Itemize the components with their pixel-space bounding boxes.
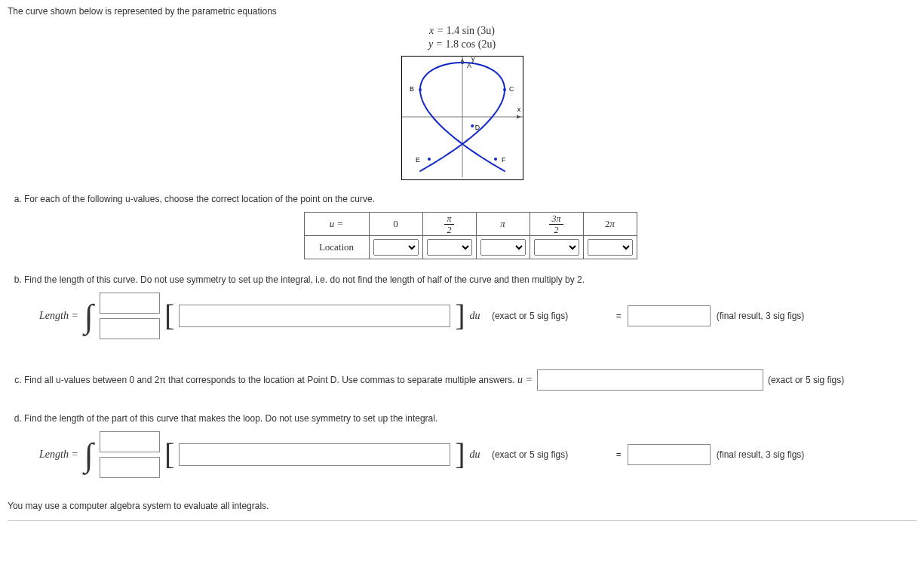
part-c: Find all u-values between 0 and 2π that … xyxy=(24,362,916,398)
part-d-prompt: Find the length of the part of this curv… xyxy=(24,413,437,424)
location-select-3[interactable] xyxy=(534,239,579,256)
svg-point-7 xyxy=(494,158,497,161)
integrand-input-b[interactable] xyxy=(179,305,450,327)
parametric-equations: x = 1.4 sin (3u) y = 1.8 cos (2u) xyxy=(8,24,916,51)
part-b-prompt: Find the length of this curve. Do not us… xyxy=(24,274,585,285)
location-select-0[interactable] xyxy=(373,239,419,256)
upper-limit-b[interactable] xyxy=(100,293,160,314)
lower-limit-b[interactable] xyxy=(100,318,160,339)
svg-point-5 xyxy=(471,124,474,127)
result-hint-d: (final result, 3 sig figs) xyxy=(717,449,805,460)
point-label-B: B xyxy=(410,85,414,93)
u-label-c: u = xyxy=(517,374,533,386)
point-label-D: D xyxy=(474,124,479,131)
footnote: You may use a computer algebra system to… xyxy=(8,501,916,511)
right-bracket-icon: ] xyxy=(455,304,465,328)
part-b: Find the length of this curve. Do not us… xyxy=(24,274,916,347)
integrand-hint-d: (exact or 5 sig figs) xyxy=(492,449,568,460)
du-label-b: du xyxy=(470,310,480,322)
svg-marker-8 xyxy=(517,115,521,119)
point-label-E: E xyxy=(416,156,420,164)
axis-label-x: x xyxy=(517,106,520,113)
svg-point-6 xyxy=(428,158,431,161)
upper-limit-d[interactable] xyxy=(100,431,160,452)
hint-c: (exact or 5 sig figs) xyxy=(768,375,844,385)
length-label-b: Length = xyxy=(39,310,78,322)
length-label-d: Length = xyxy=(39,449,78,461)
result-hint-b: (final result, 3 sig figs) xyxy=(717,311,805,321)
integrand-input-d[interactable] xyxy=(179,443,450,466)
part-a-prompt: For each of the following u-values, choo… xyxy=(24,194,375,204)
integral-symbol-icon: ∫ xyxy=(84,440,94,470)
intro-text: The curve shown below is represented by … xyxy=(8,6,916,17)
location-select-4[interactable] xyxy=(588,239,633,256)
result-input-d[interactable] xyxy=(628,444,711,465)
integral-symbol-icon: ∫ xyxy=(84,302,94,332)
equals-d: = xyxy=(616,449,622,460)
point-label-F: F xyxy=(502,156,506,164)
equals-b: = xyxy=(616,311,622,321)
svg-marker-9 xyxy=(460,58,464,63)
lower-limit-d[interactable] xyxy=(100,457,160,478)
location-select-1[interactable] xyxy=(427,239,472,256)
left-bracket-icon: [ xyxy=(164,304,174,328)
u-value-table: u = 0 π2 π 3π2 2π Location xyxy=(304,212,637,259)
part-d: Find the length of the part of this curv… xyxy=(24,413,916,486)
part-c-prompt: Find all u-values between 0 and 2π that … xyxy=(24,375,515,385)
result-input-b[interactable] xyxy=(628,305,711,326)
location-select-2[interactable] xyxy=(480,239,526,256)
svg-point-4 xyxy=(503,88,506,91)
left-bracket-icon: [ xyxy=(164,443,174,467)
part-a: For each of the following u-values, choo… xyxy=(24,194,916,259)
axis-label-y: y xyxy=(471,57,475,63)
u-values-input-c[interactable] xyxy=(537,369,763,391)
curve-graph: A B C D E F y x xyxy=(401,56,523,180)
point-label-A: A xyxy=(467,63,471,70)
point-label-C: C xyxy=(509,85,514,93)
integrand-hint-b: (exact or 5 sig figs) xyxy=(492,311,568,321)
du-label-d: du xyxy=(470,449,480,461)
svg-point-3 xyxy=(419,88,422,91)
right-bracket-icon: ] xyxy=(455,443,465,467)
